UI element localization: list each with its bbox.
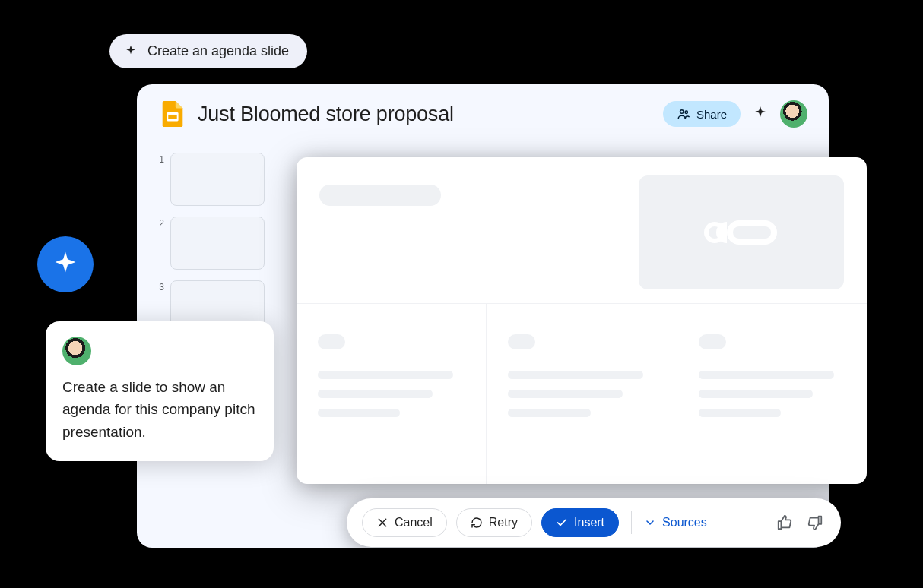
chevron-down-icon bbox=[644, 517, 656, 529]
placeholder-line bbox=[508, 390, 623, 398]
user-prompt-card: Create a slide to show an agenda for thi… bbox=[46, 321, 274, 461]
svg-point-2 bbox=[680, 110, 684, 114]
sources-button[interactable]: Sources bbox=[644, 516, 707, 530]
insert-button[interactable]: Insert bbox=[541, 508, 619, 537]
svg-point-3 bbox=[685, 111, 687, 113]
slide-thumbnail-1[interactable]: 1 bbox=[155, 153, 277, 206]
placeholder-image bbox=[639, 175, 844, 289]
retry-button[interactable]: Retry bbox=[456, 508, 532, 537]
document-title[interactable]: Just Bloomed store proposal bbox=[198, 103, 652, 126]
thumbs-down-icon bbox=[807, 514, 823, 531]
placeholder-title bbox=[319, 185, 441, 206]
thumbs-down-button[interactable] bbox=[804, 512, 826, 533]
close-icon bbox=[376, 517, 389, 529]
suggestion-chip[interactable]: Create an agenda slide bbox=[109, 34, 307, 68]
placeholder-column bbox=[677, 304, 867, 484]
placeholder-line bbox=[508, 409, 590, 417]
sources-label: Sources bbox=[662, 516, 707, 530]
divider bbox=[631, 511, 632, 534]
thumb-number: 2 bbox=[155, 217, 164, 229]
app-header: Just Bloomed store proposal Share bbox=[137, 84, 829, 139]
thumb-number: 1 bbox=[155, 153, 164, 165]
user-avatar[interactable] bbox=[780, 100, 807, 128]
check-icon bbox=[556, 517, 568, 529]
cancel-label: Cancel bbox=[395, 516, 433, 530]
placeholder-column bbox=[297, 304, 487, 484]
thumb-preview bbox=[170, 217, 265, 270]
thumb-number: 3 bbox=[155, 280, 164, 292]
retry-icon bbox=[471, 517, 483, 529]
prompt-text: Create a slide to show an agenda for thi… bbox=[62, 376, 257, 443]
suggestion-label: Create an agenda slide bbox=[147, 43, 289, 59]
placeholder-heading bbox=[318, 334, 345, 349]
placeholder-line bbox=[508, 371, 643, 379]
slide-thumbnails-panel: 1 2 3 bbox=[155, 153, 277, 344]
placeholder-line bbox=[318, 371, 453, 379]
retry-label: Retry bbox=[489, 516, 518, 530]
placeholder-line bbox=[318, 390, 433, 398]
gemini-badge bbox=[37, 236, 94, 292]
slide-thumbnail-2[interactable]: 2 bbox=[155, 217, 277, 270]
placeholder-columns bbox=[297, 303, 867, 484]
gemini-sparkle-icon[interactable] bbox=[751, 105, 769, 123]
placeholder-heading bbox=[699, 334, 726, 349]
thumb-preview bbox=[170, 153, 265, 206]
people-icon bbox=[677, 107, 690, 121]
svg-rect-1 bbox=[168, 115, 176, 119]
placeholder-heading bbox=[508, 334, 535, 349]
share-button[interactable]: Share bbox=[663, 101, 741, 127]
user-avatar bbox=[62, 337, 91, 365]
placeholder-line bbox=[699, 371, 834, 379]
sparkle-icon bbox=[123, 44, 138, 59]
google-slides-icon bbox=[158, 100, 187, 128]
generated-slide-preview bbox=[297, 157, 867, 484]
placeholder-line bbox=[699, 409, 781, 417]
share-label: Share bbox=[696, 108, 727, 121]
placeholder-column bbox=[487, 304, 677, 484]
placeholder-line bbox=[318, 409, 400, 417]
placeholder-line bbox=[699, 390, 814, 398]
insert-label: Insert bbox=[574, 516, 604, 530]
thumbs-up-icon bbox=[776, 514, 793, 531]
thumbs-up-button[interactable] bbox=[774, 512, 795, 533]
cancel-button[interactable]: Cancel bbox=[362, 508, 447, 537]
generation-action-bar: Cancel Retry Insert Sources bbox=[347, 498, 841, 547]
